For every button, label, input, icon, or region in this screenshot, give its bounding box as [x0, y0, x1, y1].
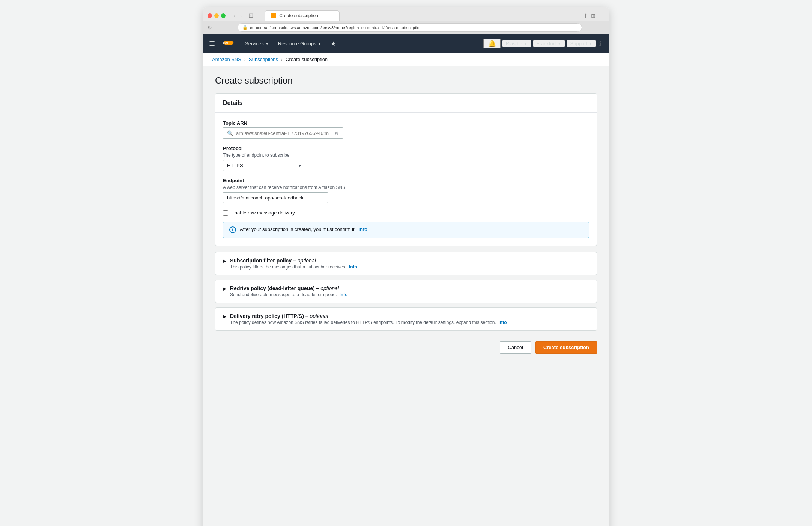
create-subscription-button[interactable]: Create subscription [535, 341, 597, 354]
cancel-button[interactable]: Cancel [500, 341, 531, 354]
redrive-policy-section: ▶ Redrive policy (dead-letter queue) – o… [215, 280, 597, 303]
redrive-policy-arrow: ▶ [223, 286, 226, 291]
filter-policy-section: ▶ Subscription filter policy – optional … [215, 252, 597, 275]
protocol-sublabel: The type of endpoint to subscribe [223, 153, 589, 158]
tab-view-button[interactable]: ⊡ [247, 11, 255, 20]
services-chevron: ▼ [265, 42, 269, 46]
topic-arn-input-wrap[interactable]: 🔍 ✕ [223, 127, 343, 139]
browser-tabs: Create subscription [265, 10, 579, 21]
protocol-select[interactable]: HTTPS HTTP Email Email-JSON Amazon SQS A… [223, 160, 305, 171]
resource-groups-label: Resource Groups [278, 41, 316, 46]
support-label: Support [570, 41, 588, 46]
minimize-button[interactable] [214, 13, 219, 18]
breadcrumb-sep-2: › [281, 57, 283, 62]
raw-delivery-wrap: Enable raw message delivery [223, 210, 589, 216]
breadcrumb: Amazon SNS › Subscriptions › Create subs… [203, 53, 609, 66]
nav-right: 🔔 Rias.be ▼ Frankfurt ▼ Support ▼ ℹ [483, 39, 603, 49]
endpoint-input[interactable] [223, 192, 328, 203]
browser-actions: ⬆ ⊞ + [583, 13, 601, 19]
details-card-header: Details [215, 94, 597, 113]
protocol-label: Protocol [223, 145, 589, 151]
redrive-policy-header[interactable]: ▶ Redrive policy (dead-letter queue) – o… [215, 280, 597, 303]
resource-groups-chevron: ▼ [318, 42, 322, 46]
details-card-title: Details [223, 100, 242, 106]
filter-policy-title-wrap: Subscription filter policy – optional Th… [230, 258, 589, 270]
details-card: Details Topic ARN 🔍 ✕ Protocol The type … [215, 93, 597, 246]
delivery-policy-info-link[interactable]: Info [499, 320, 507, 325]
aws-navbar: ☰ aws Services ▼ Resource Groups ▼ ★ 🔔 R… [203, 34, 609, 53]
endpoint-sublabel: A web server that can receive notificati… [223, 185, 589, 190]
info-link[interactable]: Info [358, 226, 367, 232]
traffic-lights [208, 13, 226, 18]
redrive-policy-title: Redrive policy (dead-letter queue) – opt… [230, 285, 589, 291]
new-tab-button[interactable]: ⊞ [591, 13, 595, 19]
raw-delivery-checkbox[interactable] [223, 210, 228, 216]
info-circle-icon: i [229, 226, 236, 233]
resource-groups-nav-item[interactable]: Resource Groups ▼ [274, 34, 326, 53]
redrive-policy-subtitle: Send undeliverable messages to a dead-le… [230, 292, 589, 297]
services-nav-item[interactable]: Services ▼ [241, 34, 274, 53]
delivery-policy-arrow: ▶ [223, 314, 226, 319]
address-bar[interactable]: 🔒 eu-central-1.console.aws.amazon.com/sn… [238, 23, 582, 32]
clear-arn-button[interactable]: ✕ [334, 130, 339, 136]
notifications-bell[interactable]: 🔔 [483, 39, 501, 48]
close-button[interactable] [208, 13, 212, 18]
endpoint-group: Endpoint A web server that can receive n… [223, 178, 589, 203]
protocol-select-wrap: HTTPS HTTP Email Email-JSON Amazon SQS A… [223, 160, 305, 171]
breadcrumb-sns[interactable]: Amazon SNS [212, 57, 241, 62]
redrive-policy-info-link[interactable]: Info [340, 292, 348, 297]
reload-button[interactable]: ↻ [208, 25, 212, 31]
expand-button[interactable]: + [598, 13, 601, 19]
back-button[interactable]: ‹ [232, 12, 237, 19]
maximize-button[interactable] [221, 13, 226, 18]
filter-policy-arrow: ▶ [223, 258, 226, 264]
filter-policy-title: Subscription filter policy – optional [230, 258, 589, 264]
url-text: eu-central-1.console.aws.amazon.com/sns/… [250, 25, 422, 30]
region-chevron: ▼ [558, 42, 561, 46]
filter-policy-info-link[interactable]: Info [349, 264, 357, 270]
user-chevron: ▼ [524, 42, 528, 46]
breadcrumb-sep-1: › [244, 57, 246, 62]
breadcrumb-subscriptions[interactable]: Subscriptions [249, 57, 278, 62]
raw-delivery-label[interactable]: Enable raw message delivery [231, 210, 295, 216]
region-menu[interactable]: Frankfurt ▼ [533, 40, 565, 47]
info-button[interactable]: ℹ [598, 39, 603, 49]
info-box-text: After your subscription is created, you … [240, 226, 367, 232]
tab-favicon [271, 13, 276, 18]
filter-policy-header[interactable]: ▶ Subscription filter policy – optional … [215, 252, 597, 275]
user-label: Rias.be [506, 41, 522, 46]
breadcrumb-current: Create subscription [286, 57, 328, 62]
topic-arn-label: Topic ARN [223, 120, 589, 126]
delivery-policy-title: Delivery retry policy (HTTP/S) – optiona… [230, 313, 589, 319]
delivery-policy-subtitle: The policy defines how Amazon SNS retrie… [230, 320, 589, 325]
sidebar-toggle[interactable]: ☰ [209, 39, 220, 48]
active-tab[interactable]: Create subscription [265, 10, 340, 21]
redrive-policy-title-wrap: Redrive policy (dead-letter queue) – opt… [230, 285, 589, 297]
svg-text:aws: aws [223, 41, 228, 45]
tab-title: Create subscription [279, 13, 318, 18]
support-chevron: ▼ [589, 42, 592, 46]
lock-icon: 🔒 [242, 25, 248, 30]
delivery-policy-header[interactable]: ▶ Delivery retry policy (HTTP/S) – optio… [215, 308, 597, 330]
topic-arn-input[interactable] [236, 130, 331, 136]
subscription-info-box: i After your subscription is created, yo… [223, 222, 589, 238]
aws-logo[interactable]: aws [220, 39, 241, 48]
endpoint-label: Endpoint [223, 178, 589, 183]
details-card-body: Topic ARN 🔍 ✕ Protocol The type of endpo… [215, 113, 597, 246]
forward-button[interactable]: › [239, 12, 244, 19]
support-menu[interactable]: Support ▼ [567, 40, 596, 47]
topic-arn-group: Topic ARN 🔍 ✕ [223, 120, 589, 139]
share-button[interactable]: ⬆ [583, 13, 588, 19]
services-label: Services [245, 41, 264, 46]
search-icon: 🔍 [227, 130, 233, 136]
delivery-policy-section: ▶ Delivery retry policy (HTTP/S) – optio… [215, 307, 597, 331]
page-title: Create subscription [215, 75, 597, 86]
user-menu[interactable]: Rias.be ▼ [502, 40, 531, 47]
main-content: Create subscription Details Topic ARN 🔍 … [203, 66, 609, 526]
protocol-group: Protocol The type of endpoint to subscri… [223, 145, 589, 171]
region-label: Frankfurt [537, 41, 556, 46]
favorites-nav-item[interactable]: ★ [326, 34, 340, 53]
filter-policy-subtitle: This policy filters the messages that a … [230, 264, 589, 270]
address-bar-row: ↻ 🔒 eu-central-1.console.aws.amazon.com/… [203, 21, 609, 34]
delivery-policy-title-wrap: Delivery retry policy (HTTP/S) – optiona… [230, 313, 589, 325]
